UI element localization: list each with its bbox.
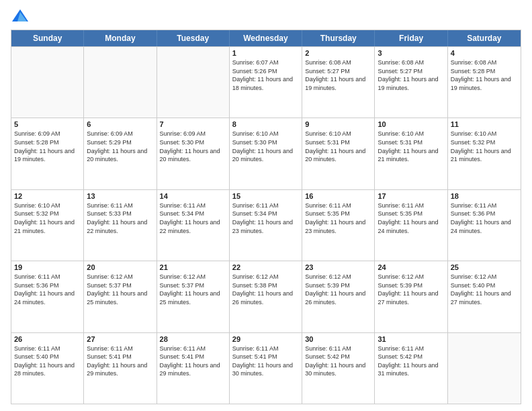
day-number: 18: [451, 192, 518, 200]
day-number: 25: [451, 263, 518, 271]
day-number: 29: [232, 335, 299, 343]
day-number: 15: [232, 192, 299, 200]
calendar-cell: 26Sunrise: 6:11 AM Sunset: 5:40 PM Dayli…: [11, 333, 84, 404]
header-day-sunday: Sunday: [11, 30, 84, 46]
calendar-cell: 18Sunrise: 6:11 AM Sunset: 5:36 PM Dayli…: [448, 190, 521, 261]
calendar-cell: 3Sunrise: 6:08 AM Sunset: 5:27 PM Daylig…: [375, 47, 447, 118]
calendar-cell: 5Sunrise: 6:09 AM Sunset: 5:28 PM Daylig…: [11, 118, 84, 189]
day-number: 16: [305, 192, 371, 200]
day-info: Sunrise: 6:11 AM Sunset: 5:41 PM Dayligh…: [232, 345, 299, 378]
day-number: 14: [160, 192, 226, 200]
calendar-cell: 13Sunrise: 6:11 AM Sunset: 5:33 PM Dayli…: [84, 190, 157, 261]
day-number: 7: [160, 120, 226, 128]
day-number: 12: [14, 192, 81, 200]
calendar-cell: 17Sunrise: 6:11 AM Sunset: 5:35 PM Dayli…: [375, 190, 447, 261]
day-number: 28: [160, 335, 226, 343]
day-info: Sunrise: 6:10 AM Sunset: 5:32 PM Dayligh…: [451, 130, 518, 163]
day-number: 6: [87, 120, 153, 128]
calendar-cell: [448, 333, 521, 404]
day-info: Sunrise: 6:11 AM Sunset: 5:35 PM Dayligh…: [378, 201, 444, 235]
header-day-saturday: Saturday: [448, 30, 521, 46]
day-info: Sunrise: 6:09 AM Sunset: 5:29 PM Dayligh…: [87, 130, 153, 163]
week-row-1: 1Sunrise: 6:07 AM Sunset: 5:26 PM Daylig…: [11, 46, 521, 118]
header: [11, 7, 521, 26]
week-row-4: 19Sunrise: 6:11 AM Sunset: 5:36 PM Dayli…: [11, 261, 521, 332]
calendar-cell: 21Sunrise: 6:12 AM Sunset: 5:37 PM Dayli…: [157, 261, 230, 332]
calendar-cell: 1Sunrise: 6:07 AM Sunset: 5:26 PM Daylig…: [230, 47, 302, 118]
day-number: 19: [14, 263, 81, 271]
day-number: 13: [87, 192, 153, 200]
day-info: Sunrise: 6:11 AM Sunset: 5:42 PM Dayligh…: [305, 345, 371, 378]
day-info: Sunrise: 6:11 AM Sunset: 5:36 PM Dayligh…: [14, 273, 81, 306]
calendar-cell: 25Sunrise: 6:12 AM Sunset: 5:40 PM Dayli…: [448, 261, 521, 332]
week-row-3: 12Sunrise: 6:10 AM Sunset: 5:32 PM Dayli…: [11, 189, 521, 261]
calendar-cell: 27Sunrise: 6:11 AM Sunset: 5:41 PM Dayli…: [84, 333, 157, 404]
day-number: 24: [378, 263, 444, 271]
day-number: 30: [305, 335, 371, 343]
day-number: 26: [14, 335, 81, 343]
calendar-cell: 14Sunrise: 6:11 AM Sunset: 5:34 PM Dayli…: [157, 190, 230, 261]
day-info: Sunrise: 6:08 AM Sunset: 5:27 PM Dayligh…: [305, 58, 371, 92]
day-info: Sunrise: 6:12 AM Sunset: 5:38 PM Dayligh…: [232, 273, 299, 306]
calendar-cell: 9Sunrise: 6:10 AM Sunset: 5:31 PM Daylig…: [302, 118, 375, 189]
calendar-cell: 30Sunrise: 6:11 AM Sunset: 5:42 PM Dayli…: [302, 333, 375, 404]
day-number: 8: [232, 120, 299, 128]
calendar-cell: 28Sunrise: 6:11 AM Sunset: 5:41 PM Dayli…: [157, 333, 230, 404]
day-number: 4: [451, 49, 518, 57]
calendar-cell: [157, 47, 230, 118]
week-row-2: 5Sunrise: 6:09 AM Sunset: 5:28 PM Daylig…: [11, 118, 521, 189]
day-info: Sunrise: 6:11 AM Sunset: 5:41 PM Dayligh…: [160, 345, 226, 378]
calendar: SundayMondayTuesdayWednesdayThursdayFrid…: [11, 30, 521, 404]
calendar-cell: 6Sunrise: 6:09 AM Sunset: 5:29 PM Daylig…: [84, 118, 157, 189]
day-info: Sunrise: 6:12 AM Sunset: 5:39 PM Dayligh…: [378, 273, 444, 306]
calendar-cell: 8Sunrise: 6:10 AM Sunset: 5:30 PM Daylig…: [230, 118, 302, 189]
week-row-5: 26Sunrise: 6:11 AM Sunset: 5:40 PM Dayli…: [11, 332, 521, 404]
calendar-header: SundayMondayTuesdayWednesdayThursdayFrid…: [11, 30, 521, 46]
calendar-cell: [11, 47, 84, 118]
day-info: Sunrise: 6:12 AM Sunset: 5:40 PM Dayligh…: [451, 273, 518, 306]
day-number: 2: [305, 49, 371, 57]
calendar-cell: 24Sunrise: 6:12 AM Sunset: 5:39 PM Dayli…: [375, 261, 447, 332]
header-day-monday: Monday: [84, 30, 157, 46]
day-info: Sunrise: 6:11 AM Sunset: 5:33 PM Dayligh…: [87, 201, 153, 235]
logo-icon: [11, 7, 30, 26]
calendar-cell: 7Sunrise: 6:09 AM Sunset: 5:30 PM Daylig…: [157, 118, 230, 189]
day-number: 1: [232, 49, 299, 57]
calendar-cell: 20Sunrise: 6:12 AM Sunset: 5:37 PM Dayli…: [84, 261, 157, 332]
day-number: 17: [378, 192, 444, 200]
header-day-friday: Friday: [375, 30, 447, 46]
header-day-tuesday: Tuesday: [157, 30, 230, 46]
day-info: Sunrise: 6:12 AM Sunset: 5:39 PM Dayligh…: [305, 273, 371, 306]
header-day-wednesday: Wednesday: [230, 30, 302, 46]
calendar-cell: 10Sunrise: 6:10 AM Sunset: 5:31 PM Dayli…: [375, 118, 447, 189]
calendar-cell: 22Sunrise: 6:12 AM Sunset: 5:38 PM Dayli…: [230, 261, 302, 332]
calendar-cell: 16Sunrise: 6:11 AM Sunset: 5:35 PM Dayli…: [302, 190, 375, 261]
day-number: 21: [160, 263, 226, 271]
day-info: Sunrise: 6:12 AM Sunset: 5:37 PM Dayligh…: [160, 273, 226, 306]
day-info: Sunrise: 6:09 AM Sunset: 5:28 PM Dayligh…: [14, 130, 81, 163]
day-info: Sunrise: 6:07 AM Sunset: 5:26 PM Dayligh…: [232, 58, 299, 92]
calendar-cell: [84, 47, 157, 118]
page: SundayMondayTuesdayWednesdayThursdayFrid…: [0, 0, 532, 411]
calendar-cell: 23Sunrise: 6:12 AM Sunset: 5:39 PM Dayli…: [302, 261, 375, 332]
day-number: 9: [305, 120, 371, 128]
calendar-body: 1Sunrise: 6:07 AM Sunset: 5:26 PM Daylig…: [11, 46, 521, 404]
day-number: 5: [14, 120, 81, 128]
day-info: Sunrise: 6:11 AM Sunset: 5:36 PM Dayligh…: [451, 201, 518, 235]
day-number: 3: [378, 49, 444, 57]
day-info: Sunrise: 6:11 AM Sunset: 5:40 PM Dayligh…: [14, 345, 81, 378]
calendar-cell: 12Sunrise: 6:10 AM Sunset: 5:32 PM Dayli…: [11, 190, 84, 261]
day-info: Sunrise: 6:11 AM Sunset: 5:42 PM Dayligh…: [378, 345, 444, 378]
day-info: Sunrise: 6:12 AM Sunset: 5:37 PM Dayligh…: [87, 273, 153, 306]
day-info: Sunrise: 6:11 AM Sunset: 5:34 PM Dayligh…: [232, 201, 299, 235]
day-number: 31: [378, 335, 444, 343]
day-info: Sunrise: 6:10 AM Sunset: 5:31 PM Dayligh…: [378, 130, 444, 163]
day-number: 20: [87, 263, 153, 271]
day-number: 27: [87, 335, 153, 343]
calendar-cell: 19Sunrise: 6:11 AM Sunset: 5:36 PM Dayli…: [11, 261, 84, 332]
header-day-thursday: Thursday: [302, 30, 375, 46]
day-info: Sunrise: 6:10 AM Sunset: 5:30 PM Dayligh…: [232, 130, 299, 163]
day-info: Sunrise: 6:08 AM Sunset: 5:28 PM Dayligh…: [451, 58, 518, 92]
day-info: Sunrise: 6:11 AM Sunset: 5:41 PM Dayligh…: [87, 345, 153, 378]
calendar-cell: 11Sunrise: 6:10 AM Sunset: 5:32 PM Dayli…: [448, 118, 521, 189]
